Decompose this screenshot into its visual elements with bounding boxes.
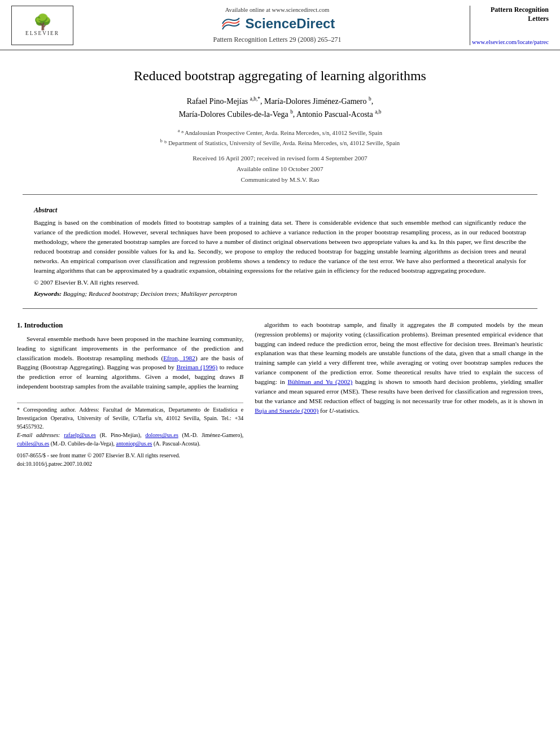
divider-before-intro [23, 308, 537, 309]
communicated: Communicated by M.S.V. Rao [34, 176, 526, 183]
email-dolores-link[interactable]: dolores@us.es [145, 432, 178, 438]
email-label: E-mail addresses: [17, 432, 60, 438]
elsevier-logo: 🌳 ELSEVIER [11, 6, 73, 45]
elsevier-label: ELSEVIER [25, 30, 59, 36]
col-right: algorithm to each bootstrap sample, and … [255, 320, 543, 469]
elsevier-tree-icon: 🌳 [33, 15, 52, 30]
keywords-label: Keywords: [34, 290, 62, 297]
buhlman-link[interactable]: Bühlman and Yu (2002) [287, 378, 352, 385]
journal-url: www.elsevier.com/locate/patrec [472, 39, 549, 45]
issn-line: 0167-8655/$ - see front matter © 2007 El… [17, 451, 243, 468]
breiman-link[interactable]: Breiman (1996) [176, 364, 217, 370]
article-title: Reduced bootstrap aggregating of learnin… [34, 67, 526, 85]
sciencedirect-name: ScienceDirect [246, 16, 335, 32]
available-online-text: Available online at www.sciencedirect.co… [225, 7, 330, 13]
journal-title-right: Pattern Recognition Letters [476, 6, 549, 23]
page: 🌳 ELSEVIER Available online at www.scien… [0, 0, 560, 747]
sciencedirect-logo: ScienceDirect [220, 15, 335, 32]
dates: Received 16 April 2007; received in revi… [34, 153, 526, 173]
email-rafael-link[interactable]: rafaelp@us.es [64, 432, 96, 438]
abstract-section: Abstract Bagging is based on the combina… [0, 200, 560, 303]
col-left: 1. Introduction Several ensemble methods… [17, 320, 243, 469]
journal-name-center: Pattern Recognition Letters 29 (2008) 26… [213, 36, 342, 44]
footnote-section: * Corresponding author. Address: Faculta… [17, 403, 243, 468]
intro-text-left: Several ensemble methods have been propo… [17, 334, 243, 392]
journal-info-right: Pattern Recognition Letters www.elsevier… [470, 6, 549, 45]
affiliations: a ᵃ Andalousian Prospective Center, Avda… [34, 128, 526, 147]
intro-para2: algorithm to each bootstrap sample, and … [255, 320, 543, 416]
intro-text-right: algorithm to each bootstrap sample, and … [255, 320, 543, 416]
sciencedirect-section: Available online at www.sciencedirect.co… [90, 6, 464, 45]
title-section: Reduced bootstrap aggregating of learnin… [0, 50, 560, 189]
footnote-star: * Corresponding author. Address: Faculta… [17, 405, 243, 448]
authors: Rafael Pino-Mejías a,b,*, María-Dolores … [34, 95, 526, 121]
keywords-values: Bagging; Reduced bootstrap; Decision tre… [63, 290, 237, 297]
email-cubiles-link[interactable]: cubiles@us.es [17, 440, 49, 447]
header: 🌳 ELSEVIER Available online at www.scien… [0, 0, 560, 50]
main-content: 1. Introduction Several ensemble methods… [0, 314, 560, 474]
section1-heading: 1. Introduction [17, 320, 243, 331]
intro-para1: Several ensemble methods have been propo… [17, 334, 243, 392]
copyright: © 2007 Elsevier B.V. All rights reserved… [34, 279, 526, 286]
elsevier-logo-section: 🌳 ELSEVIER [11, 6, 85, 45]
keywords-line: Keywords: Bagging; Reduced bootstrap; De… [34, 290, 526, 297]
sd-icon [220, 15, 242, 32]
abstract-text: Bagging is based on the combination of m… [34, 218, 526, 276]
divider-after-header [23, 194, 537, 195]
efron-link[interactable]: Efron, 1982 [163, 355, 195, 361]
sd-svg [220, 15, 242, 32]
email-antonio-link[interactable]: antoniop@us.es [116, 440, 152, 447]
buja-link[interactable]: Buja and Stuetzle (2000) [255, 407, 318, 414]
abstract-title: Abstract [34, 206, 526, 215]
